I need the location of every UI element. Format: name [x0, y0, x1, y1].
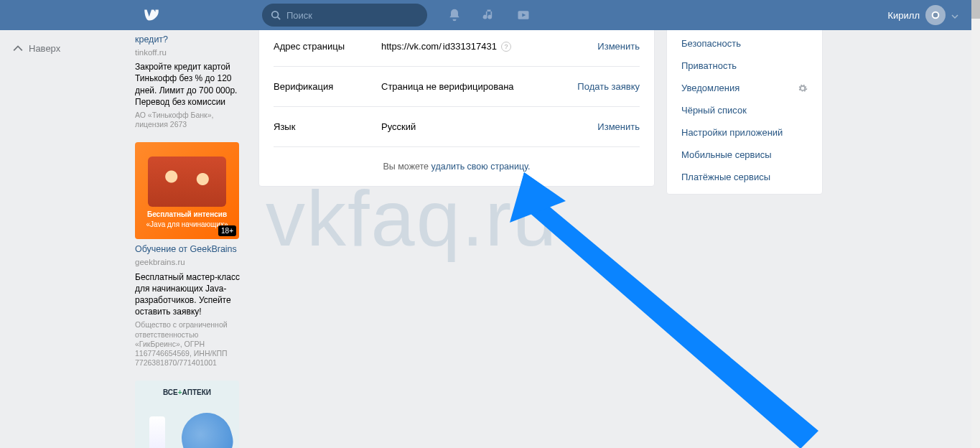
username: Кирилл	[888, 10, 920, 21]
svg-line-1	[278, 17, 281, 20]
setting-row-address: Адрес страницы https://vk.com/id33131743…	[274, 27, 640, 67]
ad-block-1[interactable]: Есть неоплаченный кредит? tinkoff.ru Зак…	[135, 22, 241, 129]
ad-image: Бесплатный интенсив «Java для начинающих…	[135, 142, 239, 239]
setting-value: Страница не верифицирована	[381, 81, 577, 92]
music-icon[interactable]	[482, 8, 496, 22]
setting-value: Русский	[381, 121, 597, 132]
header-icons	[447, 8, 531, 22]
ad-domain: geekbrains.ru	[135, 257, 241, 269]
menu-payment-services[interactable]: Платёжные сервисы	[667, 166, 822, 188]
menu-security[interactable]: Безопасность	[667, 32, 822, 55]
delete-account-row: Вы можете удалить свою страницу.	[274, 147, 640, 186]
setting-label: Язык	[274, 121, 381, 132]
search-input[interactable]	[286, 10, 419, 21]
menu-blacklist[interactable]: Чёрный список	[667, 99, 822, 121]
delete-prefix: Вы можете	[383, 162, 431, 172]
vk-header: Кирилл	[0, 0, 971, 30]
ad-block-2[interactable]: Бесплатный интенсив «Java для начинающих…	[135, 142, 241, 368]
settings-side-menu: Безопасность Приватность Уведомления Чёр…	[666, 26, 823, 195]
svg-marker-5	[513, 172, 818, 448]
settings-panel: Адрес страницы https://vk.com/id33131743…	[258, 26, 655, 187]
ad-text: Закройте кредит картой Тинькофф без % до…	[135, 61, 241, 108]
ads-column: Есть неоплаченный кредит? tinkoff.ru Зак…	[135, 26, 241, 448]
ad-title: Обучение от GeekBrains	[135, 243, 241, 256]
svg-point-0	[272, 11, 279, 18]
menu-notifications[interactable]: Уведомления	[667, 77, 822, 99]
delete-page-link[interactable]: удалить свою страницу.	[431, 162, 531, 172]
avatar	[925, 5, 946, 25]
menu-mobile-services[interactable]: Мобильные сервисы	[667, 144, 822, 166]
video-icon[interactable]	[516, 8, 531, 22]
ad-text: Бесплатный мастер-класс для начинающих J…	[135, 271, 241, 318]
ad-img-line1: Бесплатный интенсив	[147, 210, 227, 220]
edit-address-link[interactable]: Изменить	[597, 41, 640, 52]
scroll-thumb[interactable]	[971, 0, 980, 19]
notifications-icon[interactable]	[447, 8, 462, 22]
search-icon	[271, 10, 281, 20]
setting-value: https://vk.com/id331317431 ?	[381, 41, 597, 52]
setting-label: Адрес страницы	[274, 41, 381, 52]
annotation-arrow-icon	[388, 165, 833, 448]
edit-language-link[interactable]: Изменить	[597, 121, 640, 132]
ad-domain: tinkoff.ru	[135, 47, 241, 59]
verify-link[interactable]: Подать заявку	[577, 81, 640, 92]
ad-disclaimer: Общество с ограниченной ответственностью…	[135, 320, 241, 368]
setting-label: Верификация	[274, 81, 381, 92]
left-column: Наверх	[13, 43, 128, 54]
user-menu[interactable]: Кирилл	[888, 5, 959, 25]
search-box[interactable]	[262, 4, 427, 27]
vk-logo-icon[interactable]	[141, 5, 162, 25]
back-to-top-label: Наверх	[29, 43, 60, 54]
gear-icon[interactable]	[798, 83, 808, 93]
ad-block-3[interactable]: ВСЕ+АПТЕКИ	[135, 381, 241, 448]
age-badge: 18+	[218, 225, 236, 237]
help-icon[interactable]: ?	[501, 42, 511, 52]
ad-img-line2: «Java для начинающих»	[146, 220, 228, 230]
menu-privacy[interactable]: Приватность	[667, 55, 822, 77]
browser-scrollbar[interactable]	[971, 0, 980, 448]
menu-app-settings[interactable]: Настройки приложений	[667, 121, 822, 144]
chevron-down-icon	[951, 11, 958, 19]
setting-row-language: Язык Русский Изменить	[274, 107, 640, 147]
ad-image: ВСЕ+АПТЕКИ	[135, 381, 239, 448]
svg-point-4	[933, 13, 938, 18]
back-to-top-button[interactable]: Наверх	[13, 43, 128, 54]
ad-logo: ВСЕ+АПТЕКИ	[163, 388, 211, 398]
setting-row-verification: Верификация Страница не верифицирована П…	[274, 67, 640, 107]
ad-disclaimer: АО «Тинькофф Банк», лицензия 2673	[135, 111, 241, 129]
